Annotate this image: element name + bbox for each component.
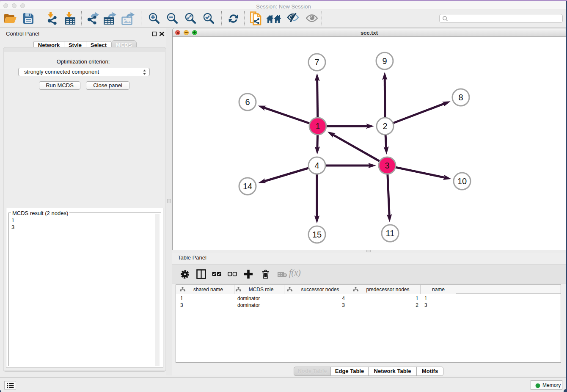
svg-text:2: 2: [383, 121, 387, 131]
svg-text:11: 11: [386, 229, 395, 238]
svg-text:14: 14: [243, 182, 252, 191]
svg-text:3: 3: [385, 161, 389, 170]
svg-text:4: 4: [314, 161, 319, 170]
svg-text:9: 9: [382, 56, 387, 66]
svg-text:15: 15: [312, 230, 322, 239]
svg-text:6: 6: [245, 97, 250, 107]
svg-text:10: 10: [457, 177, 467, 186]
svg-text:8: 8: [458, 93, 463, 102]
svg-text:1: 1: [315, 121, 320, 131]
svg-text:7: 7: [314, 58, 319, 67]
